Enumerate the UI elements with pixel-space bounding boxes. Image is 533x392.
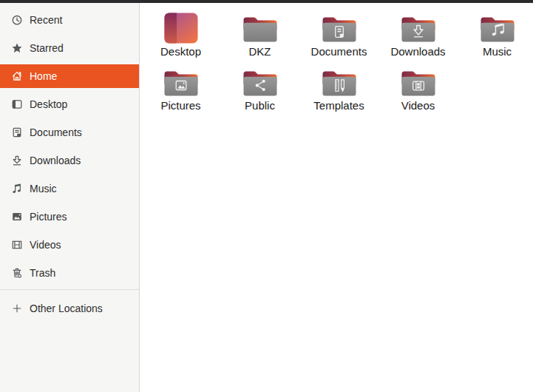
documents-icon	[11, 126, 23, 138]
sidebar-item-label: Home	[30, 70, 57, 82]
sidebar-separator	[0, 289, 139, 290]
music-note-icon	[11, 183, 23, 195]
file-item-pictures[interactable]: Pictures	[141, 64, 220, 118]
desktop-icon	[11, 98, 23, 110]
folder-documents-icon	[322, 12, 357, 44]
sidebar-item-videos[interactable]: Videos	[0, 233, 139, 257]
file-item-music[interactable]: Music	[458, 10, 533, 64]
sidebar-item-music[interactable]: Music	[0, 177, 139, 200]
file-item-label: Downloads	[390, 45, 445, 58]
download-arrow-icon	[11, 155, 23, 166]
sidebar-item-recent[interactable]: Recent	[0, 8, 139, 32]
sidebar-item-documents[interactable]: Documents	[0, 121, 139, 144]
file-item-label: Public	[245, 99, 275, 112]
sidebar-item-label: Pictures	[30, 211, 67, 223]
sidebar-item-other-locations[interactable]: Other Locations	[0, 297, 139, 320]
sidebar-list: RecentStarredHomeDesktopDocumentsDownloa…	[0, 8, 139, 320]
folder-downloads-icon	[401, 12, 436, 44]
sidebar-item-label: Desktop	[30, 98, 67, 110]
file-item-downloads[interactable]: Downloads	[378, 10, 458, 64]
sidebar-item-label: Starred	[30, 42, 64, 54]
sidebar-item-pictures[interactable]: Pictures	[0, 205, 139, 229]
places-sidebar: RecentStarredHomeDesktopDocumentsDownloa…	[0, 3, 140, 392]
sidebar-item-label: Documents	[30, 126, 82, 138]
folder-pictures-icon	[163, 66, 199, 98]
folder-videos-icon	[401, 66, 436, 98]
folder-share-icon	[242, 66, 278, 98]
film-strip-icon	[11, 239, 23, 251]
file-item-label: Desktop	[160, 45, 201, 58]
folder-music-icon	[480, 12, 515, 44]
file-item-label: Templates	[313, 99, 364, 112]
file-item-videos[interactable]: Videos	[378, 64, 458, 118]
sidebar-item-label: Videos	[30, 239, 61, 251]
sidebar-item-label: Music	[30, 183, 57, 195]
file-manager-window: RecentStarredHomeDesktopDocumentsDownloa…	[0, 3, 533, 392]
sidebar-item-trash[interactable]: Trash	[0, 261, 139, 285]
sidebar-item-downloads[interactable]: Downloads	[0, 149, 139, 172]
plus-icon	[11, 303, 23, 314]
sidebar-item-desktop[interactable]: Desktop	[0, 92, 139, 116]
file-item-label: DKZ	[249, 45, 271, 58]
file-item-label: Documents	[311, 45, 367, 58]
file-item-public[interactable]: Public	[220, 64, 299, 118]
sidebar-item-label: Other Locations	[30, 303, 103, 314]
sidebar-item-home[interactable]: Home	[0, 64, 139, 88]
file-browser-pane: DesktopDKZDocumentsDownloadsMusicPicture…	[140, 3, 533, 392]
sidebar-item-label: Trash	[30, 267, 55, 279]
sidebar-item-label: Recent	[30, 14, 62, 26]
recent-clock-icon	[11, 14, 23, 26]
file-item-dkz[interactable]: DKZ	[220, 10, 299, 64]
sidebar-item-label: Downloads	[30, 155, 81, 166]
folder-templates-icon	[322, 66, 357, 98]
folder-icon	[242, 12, 278, 44]
desktop-gradient-folder-icon	[163, 12, 199, 44]
file-item-templates[interactable]: Templates	[299, 64, 378, 118]
file-grid: DesktopDKZDocumentsDownloadsMusicPicture…	[141, 10, 533, 118]
trash-icon	[11, 267, 23, 279]
file-item-label: Videos	[401, 99, 435, 112]
file-item-documents[interactable]: Documents	[299, 10, 378, 64]
file-item-label: Music	[483, 45, 512, 58]
file-item-label: Pictures	[160, 99, 200, 112]
sidebar-item-starred[interactable]: Starred	[0, 36, 139, 60]
star-icon	[11, 42, 23, 54]
home-icon	[11, 70, 23, 82]
file-item-desktop[interactable]: Desktop	[141, 10, 220, 64]
picture-icon	[11, 211, 23, 223]
